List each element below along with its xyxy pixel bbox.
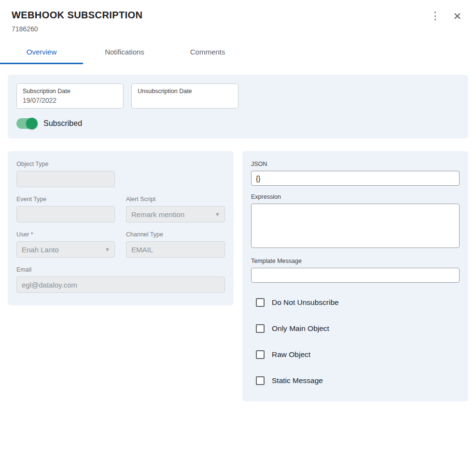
message-panel: JSON Expression Template Message Do Not … [242,151,468,401]
close-icon[interactable]: ✕ [453,11,462,21]
checkbox-icon [256,350,265,359]
template-message-block: Template Message [251,258,460,283]
expression-textarea[interactable] [251,204,460,248]
email-label: Email [16,266,225,273]
subscribed-toggle-label: Subscribed [43,119,82,128]
checkbox-static-message[interactable]: Static Message [256,376,460,385]
details-panel: Object Type Event Type Alert Script Rema… [8,151,234,305]
object-type-label: Object Type [16,161,225,167]
page-title: WEBHOOK SUBSCRIPTION [12,10,464,21]
subscribed-toggle[interactable] [16,118,37,129]
channel-type-label: Channel Type [126,231,225,238]
unsubscription-date-value [138,96,232,104]
channel-type-block: Channel Type EMAIL [126,231,225,258]
event-type-label: Event Type [16,196,115,203]
subscription-date-field[interactable]: Subscription Date 19/07/2022 [16,83,124,109]
overview-content: Subscription Date 19/07/2022 Unsubscript… [0,64,476,401]
tab-overview[interactable]: Overview [0,41,83,64]
checkbox-only-main-object[interactable]: Only Main Object [256,324,460,333]
unsubscription-date-label: Unsubscription Date [138,88,232,95]
email-block: Email egl@dataloy.com [16,266,225,293]
checkbox-label: Raw Object [272,350,310,359]
tab-notifications[interactable]: Notifications [83,41,166,64]
user-value: Enah Lanto [22,246,59,254]
checkbox-label: Static Message [272,376,323,385]
checkbox-label: Do Not Unsubscribe [272,298,339,307]
event-type-block: Event Type [16,196,115,222]
checkbox-list: Do Not Unsubscribe Only Main Object Raw … [256,298,460,385]
subscribed-toggle-row: Subscribed [16,118,460,129]
alert-script-block: Alert Script Remark mention ▼ [126,196,225,222]
chevron-down-icon: ▼ [215,211,220,217]
alert-script-label: Alert Script [126,196,225,203]
json-label: JSON [251,161,460,167]
checkbox-do-not-unsubscribe[interactable]: Do Not Unsubscribe [256,298,460,307]
email-value: egl@dataloy.com [22,281,77,289]
toggle-thumb [26,118,38,129]
alert-script-value: Remark mention [131,210,184,219]
expression-label: Expression [251,193,460,200]
date-row: Subscription Date 19/07/2022 Unsubscript… [16,83,460,109]
user-select: Enah Lanto ▼ [16,241,115,258]
template-message-label: Template Message [251,258,460,264]
checkbox-icon [256,376,265,385]
email-field: egl@dataloy.com [16,276,225,293]
subscription-date-value: 19/07/2022 [23,96,117,104]
user-label: User * [16,231,115,238]
unsubscription-date-field[interactable]: Unsubscription Date [131,83,238,109]
alert-script-select: Remark mention ▼ [126,206,225,222]
object-type-block: Object Type [16,161,225,187]
checkbox-raw-object[interactable]: Raw Object [256,350,460,359]
checkbox-label: Only Main Object [272,324,329,333]
dialog-header: WEBHOOK SUBSCRIPTION 7186260 ⋮ ✕ [0,0,476,33]
event-type-input [16,206,115,222]
user-block: User * Enah Lanto ▼ [16,231,115,258]
kebab-menu-icon[interactable]: ⋮ [430,11,440,21]
tab-comments[interactable]: Comments [166,41,249,64]
channel-type-value: EMAIL [131,246,153,254]
tab-bar: Overview Notifications Comments [0,41,476,64]
checkbox-icon [256,298,265,307]
json-block: JSON [251,161,460,186]
subscription-panel: Subscription Date 19/07/2022 Unsubscript… [8,75,468,138]
subscription-date-label: Subscription Date [23,88,117,95]
json-input[interactable] [251,171,460,186]
channel-type-input: EMAIL [126,241,225,258]
expression-block: Expression [251,193,460,250]
chevron-down-icon: ▼ [105,247,110,252]
record-id: 7186260 [12,25,464,33]
template-message-input[interactable] [251,268,460,283]
checkbox-icon [256,324,265,333]
header-actions: ⋮ ✕ [430,11,462,21]
object-type-input [16,171,115,187]
